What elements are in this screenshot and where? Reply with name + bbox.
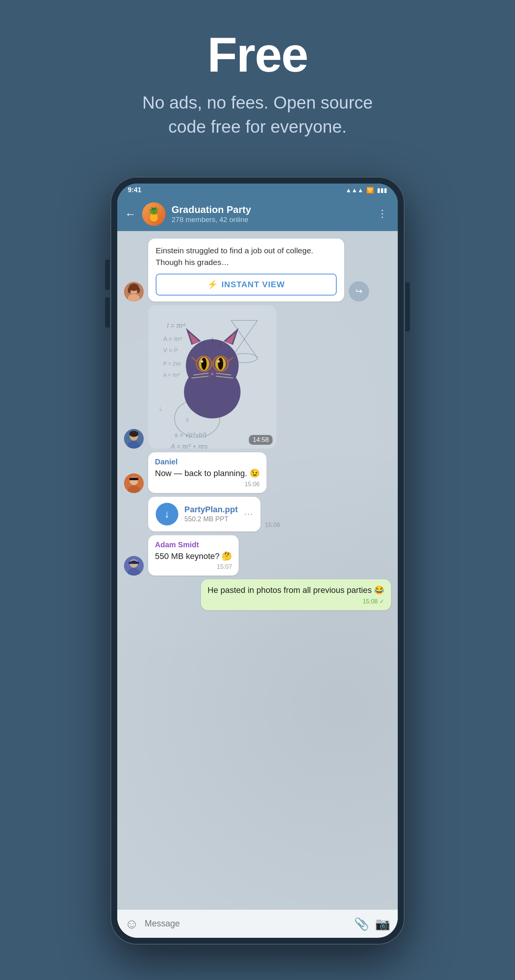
svg-point-34 — [218, 358, 223, 370]
phone-wrapper: 9:41 ▲▲▲ 🛜 ▮▮▮ ← 🍍 Graduation Party 278 … — [0, 162, 515, 980]
svg-point-33 — [201, 358, 207, 370]
self-message-row: He pasted in photos from all previous pa… — [124, 579, 391, 610]
svg-point-35 — [201, 360, 203, 363]
hero-subtitle: No ads, no fees. Open source code free f… — [126, 91, 389, 139]
adam-text: 550 MB keynote? 🤔 — [155, 551, 232, 562]
phone-inner: 9:41 ▲▲▲ 🛜 ▮▮▮ ← 🍍 Graduation Party 278 … — [117, 184, 398, 938]
daniel-time: 15:06 — [155, 481, 260, 488]
group-avatar-emoji: 🍍 — [146, 207, 162, 222]
camera-button[interactable]: 📷 — [375, 917, 390, 931]
wifi-icon: 🛜 — [367, 186, 374, 194]
daniel-text: Now — back to planning. 😉 — [155, 468, 260, 479]
adam-bubble: Adam Smidt 550 MB keynote? 🤔 15:07 — [148, 535, 239, 576]
svg-point-36 — [218, 360, 220, 363]
hero-title: Free — [207, 30, 308, 79]
svg-rect-57 — [129, 562, 139, 564]
sticker-time: 14:58 — [249, 435, 273, 445]
sticker-container: l = πr² A = πr² V = l³ P = 2πr A = πr³ — [148, 305, 276, 449]
file-bubble: ↓ PartyPlan.ppt 550.2 MB PPT ⋯ — [148, 497, 260, 531]
group-avatar: 🍍 — [142, 202, 166, 226]
chat-body: Einstein struggled to find a job out of … — [117, 231, 398, 910]
lightning-icon: ⚡ — [207, 280, 218, 290]
cat-sticker — [171, 317, 254, 424]
boy1-avatar — [124, 429, 143, 449]
chat-header: ← 🍍 Graduation Party 278 members, 42 onl… — [117, 197, 398, 231]
share-button[interactable]: ↪ — [349, 281, 369, 302]
svg-text:s = √(r²+h²): s = √(r²+h²) — [175, 431, 207, 439]
article-bubble: Einstein struggled to find a job out of … — [148, 239, 344, 302]
self-text: He pasted in photos from all previous pa… — [208, 585, 384, 596]
back-button[interactable]: ← — [125, 208, 136, 221]
status-bar: 9:41 ▲▲▲ 🛜 ▮▮▮ — [117, 184, 398, 197]
battery-icon: ▮▮▮ — [377, 186, 387, 194]
chat-info: Graduation Party 278 members, 42 online — [172, 204, 368, 224]
boy2-avatar — [124, 473, 143, 493]
download-icon: ↓ — [164, 508, 170, 520]
svg-point-26 — [186, 339, 239, 392]
svg-point-4 — [128, 287, 131, 293]
daniel-bubble: Daniel Now — back to planning. 😉 15:06 — [148, 452, 266, 493]
adam-time: 15:07 — [155, 563, 232, 570]
file-time: 15:06 — [265, 522, 280, 528]
read-checkmark: ✓ — [379, 598, 384, 605]
download-button[interactable]: ↓ — [156, 503, 178, 525]
file-name: PartyPlan.ppt — [184, 505, 238, 514]
svg-text:L: L — [159, 406, 163, 412]
chat-members: 278 members, 42 online — [172, 216, 368, 224]
file-size: 550.2 MB PPT — [184, 515, 238, 523]
adam-message-row: Adam Smidt 550 MB keynote? 🤔 15:07 — [124, 535, 391, 576]
daniel-sender: Daniel — [155, 458, 260, 466]
hero-section: Free No ads, no fees. Open source code f… — [0, 0, 515, 162]
message-input[interactable] — [145, 919, 348, 929]
self-bubble: He pasted in photos from all previous pa… — [201, 579, 391, 610]
sticker-row: l = πr² A = πr² V = l³ P = 2πr A = πr³ — [124, 305, 391, 449]
status-time: 9:41 — [128, 186, 141, 194]
article-preview-text: Einstein struggled to find a job out of … — [156, 245, 337, 268]
instant-view-button[interactable]: ⚡ INSTANT VIEW — [156, 274, 337, 296]
status-icons: ▲▲▲ 🛜 ▮▮▮ — [345, 186, 387, 194]
daniel-message-row: Daniel Now — back to planning. 😉 15:06 — [124, 452, 391, 493]
self-time: 15:08 ✓ — [208, 598, 384, 605]
svg-point-5 — [137, 287, 140, 293]
signal-icon: ▲▲▲ — [345, 187, 364, 194]
instant-view-label: INSTANT VIEW — [221, 280, 285, 290]
file-time-wrapper: 15:06 — [265, 522, 280, 531]
emoji-button[interactable]: ☺ — [125, 916, 139, 932]
input-bar: ☺ 📎 📷 — [117, 910, 398, 938]
svg-text:A = πr² + πrs: A = πr² + πrs — [171, 443, 208, 449]
boy3-avatar — [124, 556, 143, 576]
adam-sender: Adam Smidt — [155, 541, 232, 549]
phone-outer: 9:41 ▲▲▲ 🛜 ▮▮▮ ← 🍍 Graduation Party 278 … — [110, 177, 405, 945]
file-more-button[interactable]: ⋯ — [244, 509, 253, 519]
file-info: PartyPlan.ppt 550.2 MB PPT — [184, 505, 238, 523]
file-message-row: ↓ PartyPlan.ppt 550.2 MB PPT ⋯ 15:06 — [124, 497, 391, 531]
girl-avatar — [124, 282, 143, 302]
svg-point-9 — [129, 431, 139, 437]
more-menu-button[interactable]: ⋮ — [375, 205, 390, 223]
attach-button[interactable]: 📎 — [354, 917, 369, 931]
share-icon: ↪ — [356, 286, 362, 296]
chat-name: Graduation Party — [172, 204, 368, 216]
article-message-row: Einstein struggled to find a job out of … — [124, 239, 391, 302]
